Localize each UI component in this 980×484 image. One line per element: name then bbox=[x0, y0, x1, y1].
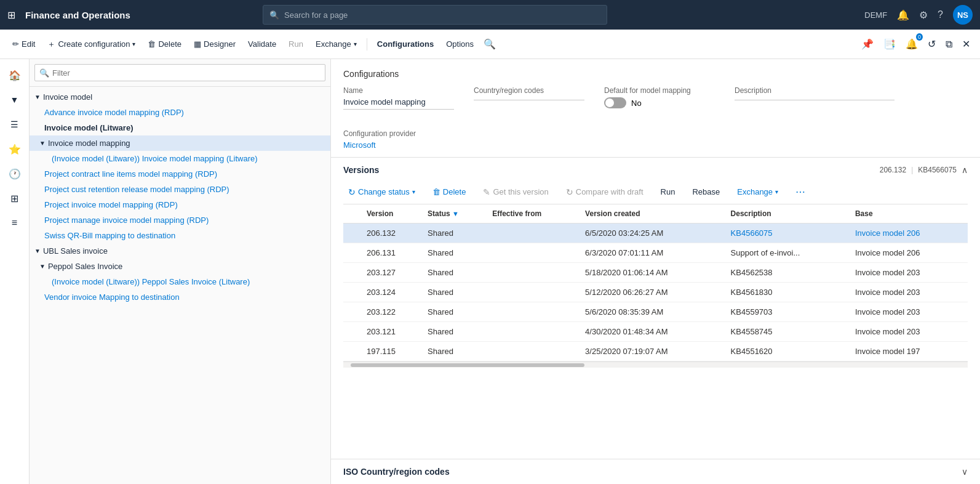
horizontal-scrollbar[interactable] bbox=[343, 361, 968, 368]
close-icon[interactable]: ✕ bbox=[960, 36, 973, 52]
run-button[interactable]: Run bbox=[284, 36, 308, 52]
table-row[interactable]: 203.122Shared5/6/2020 08:35:39 AMKB45597… bbox=[343, 302, 968, 322]
cell-effective-from bbox=[487, 263, 580, 283]
provider-value[interactable]: Microsoft bbox=[343, 140, 454, 150]
versions-meta-sep: | bbox=[911, 166, 913, 174]
get-this-version-button[interactable]: ✎ Get this version bbox=[478, 185, 553, 200]
delete-button[interactable]: 🗑 Delete bbox=[143, 36, 186, 52]
dropdown-icon: ▾ bbox=[132, 41, 135, 47]
rebase-button[interactable]: Rebase bbox=[687, 185, 725, 199]
pin-icon[interactable]: 📌 bbox=[859, 36, 876, 52]
tree-item-link[interactable]: Swiss QR-Bill mapping to destination bbox=[44, 231, 175, 240]
name-label: Name bbox=[343, 86, 454, 95]
help-icon[interactable]: ? bbox=[938, 9, 943, 20]
tree-item-project-cust[interactable]: Project cust retention release model map… bbox=[30, 182, 330, 197]
sidebar-menu-icon[interactable]: ☰ bbox=[4, 113, 26, 135]
user-avatar[interactable]: NS bbox=[953, 5, 973, 25]
main-layout: 🏠 ▼ ☰ ⭐ 🕐 ⊞ ≡ 🔍 ▼ Invoice model Advance … bbox=[0, 59, 980, 484]
bookmark-icon[interactable]: 📑 bbox=[881, 36, 898, 52]
tree-item-invoice-model-mapping[interactable]: ▼ Invoice model mapping bbox=[30, 135, 330, 151]
sidebar-list-icon[interactable]: ≡ bbox=[4, 212, 26, 234]
scrollbar-thumb[interactable] bbox=[351, 363, 584, 367]
tree-item-imm-litware[interactable]: (Invoice model (Litware)) Invoice model … bbox=[30, 151, 330, 166]
tree-item-swiss-qr[interactable]: Swiss QR-Bill mapping to destination bbox=[30, 228, 330, 243]
search-bar[interactable]: 🔍 Search for a page bbox=[263, 5, 607, 25]
compare-with-draft-button[interactable]: ↻ Compare with draft bbox=[561, 185, 648, 200]
tree-item-vendor-invoice[interactable]: Vendor invoice Mapping to destination bbox=[30, 289, 330, 305]
compare-icon: ↻ bbox=[566, 187, 573, 197]
cell-base: Invoice model 203 bbox=[850, 283, 968, 302]
sidebar-star-icon[interactable]: ⭐ bbox=[4, 138, 26, 160]
change-status-button[interactable]: ↻ Change status ▾ bbox=[343, 185, 420, 200]
change-status-icon: ↻ bbox=[348, 187, 356, 197]
tree-item-link[interactable]: Advance invoice model mapping (RDP) bbox=[44, 108, 184, 117]
tree-item-peppol[interactable]: ▼ Peppol Sales Invoice bbox=[30, 259, 330, 274]
tree-item-advance-invoice[interactable]: Advance invoice model mapping (RDP) bbox=[30, 105, 330, 120]
create-config-button[interactable]: ＋ Create configuration ▾ bbox=[42, 35, 140, 54]
table-row[interactable]: 197.115Shared3/25/2020 07:19:07 AMKB4551… bbox=[343, 342, 968, 361]
edit-button[interactable]: ✏ Edit bbox=[7, 36, 40, 52]
tree-item-link[interactable]: Vendor invoice Mapping to destination bbox=[44, 292, 180, 302]
notification-icon[interactable]: 🔔 bbox=[897, 9, 909, 21]
tree-item-link[interactable]: Project manage invoice model mapping (RD… bbox=[44, 216, 209, 225]
versions-delete-button[interactable]: 🗑 Delete bbox=[428, 185, 471, 199]
table-row[interactable]: 203.127Shared5/18/2020 01:06:14 AMKB4562… bbox=[343, 263, 968, 283]
tree-item-link[interactable]: Project contract line items model mappin… bbox=[44, 169, 217, 179]
sidebar-filter-icon[interactable]: ▼ bbox=[4, 89, 26, 111]
edit-icon: ✏ bbox=[12, 39, 19, 49]
tree-item-invoice-model-litware[interactable]: Invoice model (Litware) bbox=[30, 120, 330, 135]
versions-table: Version Status ▼ Effective from Version … bbox=[343, 204, 968, 361]
cell-description: KB4566075 bbox=[726, 224, 850, 243]
default-mapping-label: Default for model mapping bbox=[604, 86, 715, 95]
tree-item-label: UBL Sales invoice bbox=[43, 246, 108, 256]
sidebar-time-icon[interactable]: 🕐 bbox=[4, 163, 26, 185]
versions-toolbar: ↻ Change status ▾ 🗑 Delete ✎ Get this ve… bbox=[343, 180, 968, 204]
notification-badge-icon[interactable]: 🔔0 bbox=[903, 36, 920, 52]
default-mapping-toggle[interactable] bbox=[604, 97, 626, 108]
sidebar-grid-icon[interactable]: ⊞ bbox=[4, 187, 26, 209]
app-grid-icon[interactable]: ⊞ bbox=[7, 9, 15, 21]
refresh-icon[interactable]: ↺ bbox=[925, 36, 938, 52]
row-selector-cell bbox=[343, 263, 362, 283]
more-button[interactable]: ⋯ bbox=[791, 184, 810, 200]
validate-button[interactable]: Validate bbox=[243, 36, 281, 52]
tree-panel: 🔍 ▼ Invoice model Advance invoice model … bbox=[30, 59, 331, 484]
tree-content[interactable]: ▼ Invoice model Advance invoice model ma… bbox=[30, 87, 330, 484]
cell-effective-from bbox=[487, 322, 580, 342]
table-row[interactable]: 203.121Shared4/30/2020 01:48:34 AMKB4558… bbox=[343, 322, 968, 342]
table-row[interactable]: 203.124Shared5/12/2020 06:26:27 AMKB4561… bbox=[343, 283, 968, 302]
filter-input[interactable] bbox=[34, 64, 325, 81]
table-row[interactable]: 206.131Shared6/3/2020 07:01:11 AMSupport… bbox=[343, 243, 968, 263]
iso-expand-icon[interactable]: ∨ bbox=[962, 467, 968, 477]
tree-item-project-contract[interactable]: Project contract line items model mappin… bbox=[30, 166, 330, 182]
versions-collapse-icon[interactable]: ∧ bbox=[962, 165, 968, 175]
tree-item-link[interactable]: (Invoice model (Litware)) Peppol Sales I… bbox=[52, 277, 250, 286]
tree-item-invoice-model[interactable]: ▼ Invoice model bbox=[30, 89, 330, 105]
cell-description: KB4561830 bbox=[726, 283, 850, 302]
cell-status: Shared bbox=[423, 283, 487, 302]
versions-exchange-button[interactable]: Exchange ▾ bbox=[732, 185, 783, 199]
cell-effective-from bbox=[487, 243, 580, 263]
env-label: DEMF bbox=[864, 10, 887, 20]
restore-icon[interactable]: ⧉ bbox=[943, 36, 955, 52]
options-button[interactable]: Options bbox=[441, 36, 479, 52]
tree-item-label: Invoice model mapping bbox=[48, 139, 130, 148]
tree-item-peppol-litware[interactable]: (Invoice model (Litware)) Peppol Sales I… bbox=[30, 274, 330, 289]
versions-run-button[interactable]: Run bbox=[656, 185, 680, 199]
search-toolbar-icon[interactable]: 🔍 bbox=[484, 38, 496, 50]
country-region-value bbox=[474, 97, 584, 100]
cell-description: KB4551620 bbox=[726, 342, 850, 361]
settings-icon[interactable]: ⚙ bbox=[919, 9, 928, 21]
sidebar-home-icon[interactable]: 🏠 bbox=[4, 64, 26, 86]
tree-item-link[interactable]: (Invoice model (Litware)) Invoice model … bbox=[52, 154, 258, 163]
configurations-button[interactable]: Configurations bbox=[372, 36, 439, 52]
tree-item-project-manage[interactable]: Project manage invoice model mapping (RD… bbox=[30, 212, 330, 228]
exchange-button[interactable]: Exchange ▾ bbox=[311, 36, 362, 52]
tree-item-link[interactable]: Project cust retention release model map… bbox=[44, 185, 229, 194]
tree-item-link[interactable]: Project invoice model mapping (RDP) bbox=[44, 200, 178, 209]
col-status: Status ▼ bbox=[423, 204, 487, 224]
tree-item-project-invoice[interactable]: Project invoice model mapping (RDP) bbox=[30, 197, 330, 212]
tree-item-ubl-sales[interactable]: ▼ UBL Sales invoice bbox=[30, 243, 330, 259]
designer-button[interactable]: ▦ Designer bbox=[189, 36, 241, 52]
table-row[interactable]: 206.132Shared6/5/2020 03:24:25 AMKB45660… bbox=[343, 224, 968, 243]
